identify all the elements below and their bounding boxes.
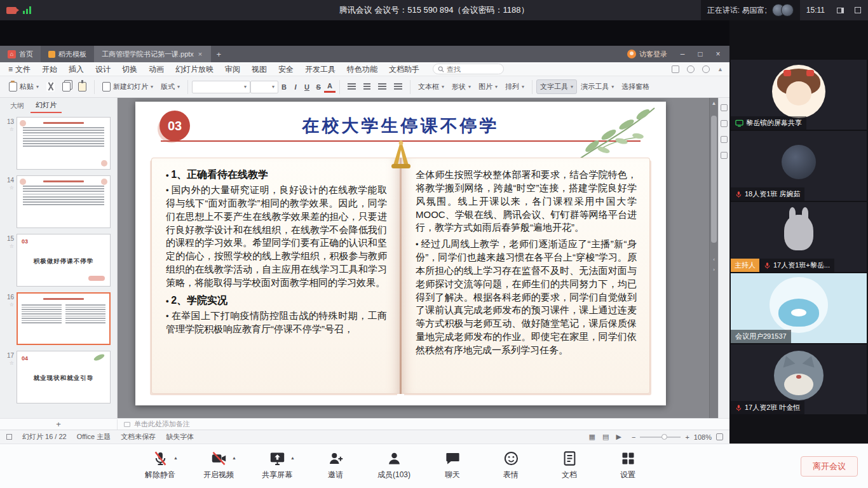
thumbnail-slide-16-selected[interactable]: [17, 292, 111, 345]
new-slide-button[interactable]: 新建幻灯片▾: [98, 79, 157, 94]
mic-options-caret[interactable]: ▲: [173, 456, 178, 460]
scroll-up-icon[interactable]: ▲: [710, 100, 718, 106]
guest-login[interactable]: 访客登录: [627, 50, 667, 59]
right-page[interactable]: 全体师生按照学校整体部署和要求，结合学院特色，将教学搬到网络，跨越“时空”连接，…: [402, 158, 650, 394]
window-close-button[interactable]: ×: [709, 46, 727, 62]
chat-button[interactable]: 聊天: [433, 450, 471, 480]
tab-templates[interactable]: 稻壳模板: [41, 46, 94, 62]
tab-close-icon[interactable]: ×: [197, 50, 203, 58]
resource-panel-icon[interactable]: [721, 152, 728, 159]
ribbon-collapse-icon[interactable]: ▲: [717, 66, 723, 72]
thumbnail-slide-15[interactable]: 03 积极做好停课不停学: [17, 234, 111, 287]
picture-button[interactable]: 图片▾: [475, 79, 501, 94]
align-right-button[interactable]: [374, 81, 390, 93]
menu-item-features[interactable]: 特色功能: [341, 62, 383, 76]
menu-item-animation[interactable]: 动画: [143, 62, 170, 76]
paste-button[interactable]: 粘贴▾: [5, 79, 43, 94]
thumbnail-slide-13[interactable]: [17, 117, 111, 170]
video-options-caret[interactable]: ▲: [232, 456, 236, 460]
menu-item-insert[interactable]: 插入: [63, 62, 90, 76]
vertical-scrollbar[interactable]: ▲ ‹ ›: [709, 98, 718, 418]
participant-tile[interactable]: 会议用户291537: [731, 273, 867, 343]
align-center-button[interactable]: [360, 81, 374, 93]
add-slide-button[interactable]: +: [0, 419, 118, 430]
zoom-in-button[interactable]: +: [685, 433, 689, 441]
menu-item-file[interactable]: ≡文件: [3, 62, 36, 76]
participant-tile-host[interactable]: 主持人 17人资1班+黎岳...: [731, 202, 867, 272]
animation-panel-icon[interactable]: [721, 120, 728, 127]
zoom-slider-knob[interactable]: [661, 434, 667, 440]
participant-tile[interactable]: 17人资2班 叶金恒: [731, 344, 867, 414]
unmute-button[interactable]: ▲ 解除静音: [141, 450, 179, 480]
textbox-button[interactable]: 文本框▾: [414, 79, 448, 94]
properties-panel-icon[interactable]: [721, 104, 728, 111]
fit-to-window-button[interactable]: [716, 433, 723, 440]
design-panel-icon[interactable]: [721, 136, 728, 143]
panel-tab-slides[interactable]: 幻灯片: [31, 98, 62, 113]
underline-button[interactable]: U: [301, 82, 313, 92]
menu-item-devtools[interactable]: 开发工具: [299, 62, 341, 76]
thumbnail-slide-14[interactable]: [17, 175, 111, 228]
slide-canvas[interactable]: 03 在校大学生停课不停学: [118, 98, 718, 418]
slide-16[interactable]: 03 在校大学生停课不停学: [135, 102, 666, 405]
window-minimize-button[interactable]: –: [674, 46, 691, 62]
fullscreen-icon[interactable]: [850, 3, 865, 18]
cut-button[interactable]: [43, 79, 58, 94]
menu-item-design[interactable]: 设计: [90, 62, 116, 76]
save-status[interactable]: 文档未保存: [121, 432, 156, 442]
menu-item-slideshow[interactable]: 幻灯片放映: [170, 62, 219, 76]
sync-icon[interactable]: [672, 65, 679, 73]
selection-pane-button[interactable]: 选择窗格: [618, 79, 653, 94]
notes-placeholder[interactable]: 单击此处添加备注: [134, 419, 190, 429]
panel-tab-outline[interactable]: 大纲: [5, 98, 29, 112]
align-left-button[interactable]: [344, 81, 360, 93]
share-screen-button[interactable]: ▲ 共享屏幕: [258, 450, 296, 480]
start-video-button[interactable]: ▲ 开启视频: [200, 450, 238, 480]
speaking-indicator[interactable]: 正在讲话: 易国富;: [701, 0, 800, 20]
menu-item-assistant[interactable]: 文档助手: [383, 62, 425, 76]
format-painter-button[interactable]: [74, 79, 90, 94]
next-slide-button[interactable]: ›: [710, 267, 718, 273]
participant-tile[interactable]: 18人资1班 房婉茹: [731, 131, 867, 201]
invite-button[interactable]: 邀请: [316, 450, 355, 480]
shapes-button[interactable]: 形状▾: [448, 79, 475, 94]
emoji-button[interactable]: 表情: [492, 450, 530, 480]
participant-tile-sharer[interactable]: 黎岳镔的屏幕共享: [731, 60, 867, 130]
window-maximize-button[interactable]: □: [691, 46, 709, 62]
slideshow-button[interactable]: ▶: [616, 433, 621, 440]
text-tool-button[interactable]: 文字工具▾: [536, 79, 577, 94]
bold-button[interactable]: B: [278, 82, 290, 92]
leave-meeting-button[interactable]: 离开会议: [801, 456, 858, 477]
font-size-select[interactable]: ▾: [250, 81, 278, 93]
scrollbar-thumb[interactable]: [711, 116, 717, 243]
normal-view-button[interactable]: ▦: [589, 433, 595, 440]
search-input[interactable]: [447, 65, 492, 73]
font-select[interactable]: ▾: [192, 81, 250, 93]
strikethrough-button[interactable]: S: [313, 82, 324, 92]
tab-document[interactable]: 工商管理学院书记第一课.pptx ×: [94, 46, 211, 62]
font-color-button[interactable]: A: [324, 81, 336, 93]
share-options-caret[interactable]: ▲: [290, 456, 295, 460]
justify-button[interactable]: [390, 81, 406, 93]
sorter-view-button[interactable]: ▤: [602, 433, 609, 440]
menu-item-transition[interactable]: 切换: [116, 62, 143, 76]
layout-toggle-icon[interactable]: [832, 3, 848, 18]
missing-font-indicator[interactable]: 缺失字体: [166, 432, 194, 442]
members-button[interactable]: 成员(103): [375, 450, 413, 480]
previous-slide-button[interactable]: ‹: [710, 257, 718, 262]
italic-button[interactable]: I: [290, 82, 301, 92]
present-tool-button[interactable]: 演示工具▾: [577, 79, 618, 94]
zoom-slider[interactable]: [640, 437, 681, 438]
search-box[interactable]: [433, 64, 504, 74]
menu-item-review[interactable]: 审阅: [219, 62, 246, 76]
copy-button[interactable]: [58, 79, 74, 94]
help-icon[interactable]: [702, 65, 710, 73]
skin-icon[interactable]: [687, 65, 695, 73]
layout-button[interactable]: 版式▾: [157, 79, 184, 94]
arrange-button[interactable]: 排列▾: [501, 79, 528, 94]
thumbnail-slide-17[interactable]: 04 就业现状和就业引导: [17, 351, 111, 403]
new-tab-button[interactable]: +: [211, 50, 226, 59]
settings-button[interactable]: 设置: [609, 450, 647, 480]
docs-button[interactable]: 文档: [550, 450, 588, 480]
tab-home[interactable]: ⌂ 首页: [0, 46, 41, 62]
